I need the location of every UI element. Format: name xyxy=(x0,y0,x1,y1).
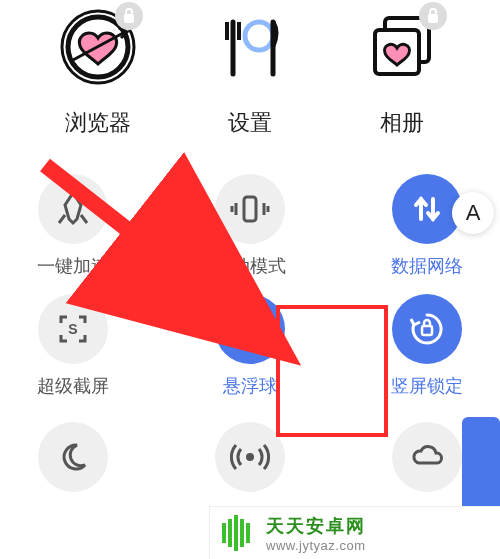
qs-hotspot[interactable] xyxy=(205,422,295,492)
svg-line-13 xyxy=(81,215,87,223)
qs-one-tap-boost[interactable]: 一键加速 xyxy=(28,174,118,278)
app-label: 相册 xyxy=(380,108,424,138)
svg-rect-25 xyxy=(422,326,432,335)
rocket-icon xyxy=(53,189,93,229)
svg-point-7 xyxy=(245,22,273,50)
svg-rect-11 xyxy=(428,14,438,23)
cloud-sync-icon xyxy=(407,437,447,477)
data-icon xyxy=(407,189,447,229)
svg-rect-3 xyxy=(124,14,134,23)
qs-portrait-lock[interactable]: 竖屏锁定 xyxy=(382,294,472,398)
svg-rect-32 xyxy=(246,523,250,543)
hotspot-icon xyxy=(230,437,270,477)
watermark-title: 天天安卓网 xyxy=(266,514,366,538)
vibrate-icon xyxy=(230,189,270,229)
qs-label: 数据网络 xyxy=(391,254,463,278)
svg-point-26 xyxy=(246,453,254,461)
qs-super-screenshot[interactable]: S 超级截屏 xyxy=(28,294,118,398)
app-browser[interactable]: 浏览器 xyxy=(28,8,168,138)
floatball-icon xyxy=(230,309,270,349)
qs-label: 超级截屏 xyxy=(37,374,109,398)
qs-label: 悬浮球 xyxy=(223,374,277,398)
svg-rect-28 xyxy=(222,523,226,543)
app-gallery[interactable]: 相册 xyxy=(332,8,472,138)
qs-label: 振动模式 xyxy=(214,254,286,278)
lock-badge-icon xyxy=(115,2,143,30)
watermark-logo-icon xyxy=(216,511,260,555)
svg-rect-14 xyxy=(244,197,256,221)
screenshot-icon: S xyxy=(53,309,93,349)
qs-label: 竖屏锁定 xyxy=(391,374,463,398)
font-size-button[interactable]: A xyxy=(452,192,494,234)
watermark-url: www.jytyaz.com xyxy=(266,538,366,553)
svg-rect-30 xyxy=(234,515,238,551)
svg-rect-31 xyxy=(240,519,244,547)
qs-floating-ball[interactable]: 悬浮球 xyxy=(205,294,295,398)
svg-line-12 xyxy=(59,215,65,223)
moon-icon xyxy=(53,437,93,477)
watermark: 天天安卓网 www.jytyaz.com xyxy=(210,507,500,559)
lock-badge-icon xyxy=(419,2,447,30)
qs-label: 一键加速 xyxy=(37,254,109,278)
svg-point-24 xyxy=(248,327,252,331)
svg-rect-29 xyxy=(228,519,232,547)
app-label: 浏览器 xyxy=(65,108,131,138)
settings-utensils-icon xyxy=(211,8,289,86)
svg-text:S: S xyxy=(68,321,77,337)
app-label: 设置 xyxy=(228,108,272,138)
rotation-lock-icon xyxy=(407,309,447,349)
qs-night-mode[interactable] xyxy=(28,422,118,492)
scroll-indicator xyxy=(462,417,500,507)
qs-cloud-sync[interactable] xyxy=(382,422,472,492)
qs-vibrate-mode[interactable]: 振动模式 xyxy=(205,174,295,278)
app-settings[interactable]: 设置 xyxy=(180,8,320,138)
